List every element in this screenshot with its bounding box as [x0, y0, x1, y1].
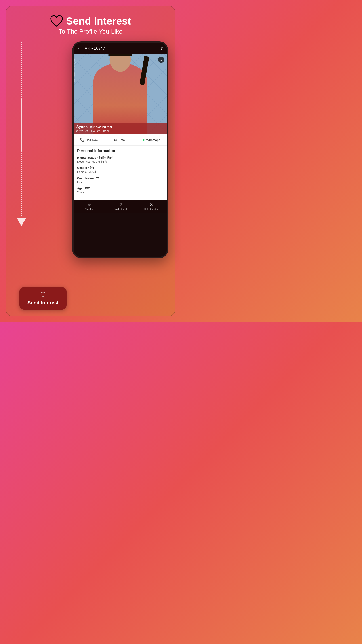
- tab-send-interest[interactable]: ♡ Send Interest: [105, 200, 136, 213]
- tab-shortlist[interactable]: ☆ Shortlist: [73, 200, 105, 213]
- complexion-value: Fair: [77, 180, 163, 184]
- age-item: Age / उम्र 23yrs: [77, 186, 163, 194]
- gender-item: Gender / लिंग Female / लड़की: [77, 166, 163, 174]
- profile-image: www.vishwakarmarishtey.com 1: [73, 54, 167, 134]
- profile-name-overlay: Ayushi Vishwkarma 23yrs, 5ft - 152 cm, J…: [73, 123, 167, 134]
- watermark: www.vishwakarmarishtey.com: [74, 58, 76, 82]
- shortlist-icon: ☆: [87, 202, 91, 207]
- header-subtitle: To The Profile You Like: [58, 28, 122, 35]
- tab-not-interested[interactable]: ✕ Not Interested: [136, 200, 167, 213]
- bottom-tab-bar: ☆ Shortlist ♡ Send Interest ✕ Not Intere…: [73, 200, 167, 213]
- phone-icon: 📞: [80, 138, 84, 142]
- header-title: Send Interest: [66, 15, 131, 27]
- email-label: Email: [118, 138, 126, 142]
- call-now-button[interactable]: 📞 Call Now: [73, 134, 105, 145]
- email-button[interactable]: ✉ Email: [105, 134, 136, 145]
- age-label: Age / उम्र: [77, 186, 163, 190]
- profile-image-area: www.vishwakarmarishtey.com 1 Ayushi Vish…: [73, 54, 167, 134]
- person-hair-top: [109, 54, 132, 56]
- profile-details: 23yrs, 5ft - 152 cm, Jhansi: [76, 129, 164, 132]
- not-interested-label: Not Interested: [144, 208, 158, 210]
- whatsapp-button[interactable]: ● Whatsapp: [136, 134, 167, 145]
- phone-navbar: ← VR - 16347 ⇧: [73, 43, 167, 54]
- section-title: Personal Information: [77, 149, 163, 153]
- send-interest-button[interactable]: ♡ Send Interest: [19, 287, 67, 310]
- gender-label: Gender / लिंग: [77, 166, 163, 170]
- whatsapp-icon: ●: [143, 138, 145, 142]
- age-value: 23yrs: [77, 190, 163, 194]
- send-interest-tab-label: Send Interest: [113, 208, 127, 210]
- not-interested-icon: ✕: [150, 202, 153, 207]
- send-interest-heart-icon: ♡: [40, 291, 46, 298]
- outer-card: Send Interest To The Profile You Like ← …: [5, 6, 175, 316]
- action-buttons: 📞 Call Now ✉ Email ● Whatsapp: [73, 134, 167, 146]
- complexion-item: Complexion / रंग Fair: [77, 176, 163, 184]
- complexion-label: Complexion / रंग: [77, 176, 163, 180]
- call-now-label: Call Now: [86, 138, 98, 142]
- photo-count-badge: 1: [158, 56, 164, 63]
- marital-status-value: Never Married / अविवाहित: [77, 160, 163, 164]
- send-interest-tab-icon: ♡: [118, 202, 122, 207]
- personal-info-section: Personal Information Marital Status / वै…: [73, 146, 167, 200]
- gender-value: Female / लड़की: [77, 170, 163, 174]
- profile-name: Ayushi Vishwkarma: [76, 125, 164, 129]
- email-icon: ✉: [114, 138, 117, 142]
- header-section: Send Interest To The Profile You Like: [13, 13, 168, 35]
- header-top: Send Interest: [13, 15, 168, 27]
- heart-icon: [50, 15, 63, 27]
- phone-mockup: ← VR - 16347 ⇧ www.vishwakarmarishtey.co…: [72, 41, 168, 258]
- profile-id: VR - 16347: [85, 46, 157, 51]
- marital-status-item: Marital Status / वैवाहिक स्तिथि Never Ma…: [77, 156, 163, 164]
- whatsapp-label: Whatsapp: [146, 138, 160, 142]
- share-icon[interactable]: ⇧: [160, 46, 163, 51]
- dashed-line: [21, 42, 22, 234]
- shortlist-label: Shortlist: [85, 208, 93, 210]
- send-interest-button-label: Send Interest: [27, 300, 58, 306]
- marital-status-label: Marital Status / वैवाहिक स्तिथि: [77, 156, 163, 160]
- back-button[interactable]: ←: [77, 46, 81, 51]
- triangle-down-icon: [16, 218, 26, 226]
- dashes: [21, 42, 22, 216]
